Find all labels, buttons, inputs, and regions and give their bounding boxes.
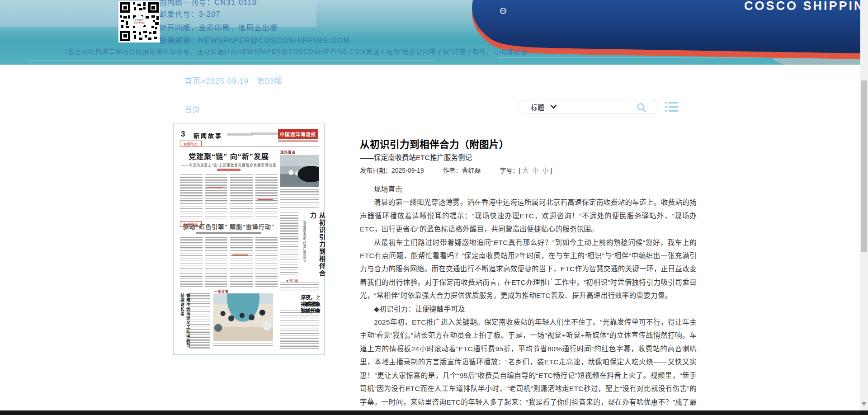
- article-meta: 发布日期：2025-09-19 作者：曹红磊 字号：[大中小]: [360, 165, 552, 174]
- thumb-bottom-right-headline: 深夜，上海中燃120分钟 完成紧急驰援任务: [277, 294, 322, 301]
- font-size-large-button[interactable]: 大: [522, 167, 528, 174]
- search-filter-label: 标题: [531, 102, 544, 112]
- bracket: ]: [550, 167, 552, 174]
- thumb-tag-party: 党建动态: [180, 141, 202, 146]
- thumb-text-columns-upper: [180, 174, 278, 219]
- thumb-photo-crowd-scene: [213, 293, 273, 341]
- thumb-mid-headline: 驱动“红色引擎” 赋能“雷锋行动”: [180, 222, 278, 231]
- thumb-masthead-subline: [278, 140, 318, 142]
- newspaper-page-thumbnail[interactable]: 3 新闻故事 中国远洋海运报 党建动态 党建聚“链” 向“新”发展 ——中远海运…: [173, 123, 325, 355]
- thumb-vertical-title: 从初识引力到相伴合力: [308, 212, 326, 278]
- thumb-right-text: [280, 283, 319, 292]
- thumb-editor-note-bar: [227, 133, 253, 136]
- ship-name-text: COSCO SHIPPING: [744, 0, 860, 13]
- footer-bar: [0, 410, 868, 415]
- article-paragraph: 2025年初，ETC推广进入关键期。保定南收费站的年轻人们坐不住了。“光靠发传单…: [360, 316, 697, 415]
- chevron-down-icon: [551, 105, 557, 109]
- font-size-label: 字号：: [500, 167, 519, 174]
- thumb-mid-subline-bar: [196, 232, 261, 234]
- article-title: 从初识引力到相伴合力（附图片）: [360, 137, 509, 151]
- header-email-line: 投稿邮箱：NEWSPAPER@COSCOSHIPPING.COM: [159, 34, 350, 45]
- thumb-red-subhead: [232, 255, 248, 255]
- thumb-red-subhead: [207, 187, 222, 188]
- header-postcode-line: 邮发代号：3-207: [159, 8, 221, 19]
- thumb-right-text: [280, 189, 319, 209]
- list-view-icon[interactable]: [665, 101, 679, 113]
- publish-date-label: 发布日期：: [360, 167, 392, 174]
- header-banner: COSCO SHIPPING: [0, 0, 860, 65]
- article-paragraph: 清晨的第一缕阳光穿透薄雾，洒在香港中远海运所属河北京石高速保定南收费站的车道上。…: [360, 196, 697, 236]
- scrollbar-thumb[interactable]: [861, 80, 867, 252]
- browser-viewport: COSCO SHIPPING: [0, 0, 868, 415]
- thumb-date-bar: [251, 132, 279, 135]
- thumb-lead-subline: ——中远海运重工“链”上党建激发党建融合发展澎湃动能: [180, 162, 278, 167]
- thumb-lead-headline: 党建聚“链” 向“新”发展: [180, 151, 278, 161]
- home-link[interactable]: 首页: [184, 103, 200, 114]
- header-subscribe-note: （您也可以扫描二维码订阅报纸微信公众号，还可以通过向NEWSPAPER@COSC…: [61, 47, 527, 56]
- thumb-photo-etc-scene: [280, 155, 319, 187]
- header-issn-line: 国内统一刊号：CN31-0110: [159, 0, 257, 7]
- search-icon[interactable]: [637, 103, 646, 113]
- qr-code: COSCO SHIPPING: [118, 1, 160, 42]
- thumb-right-text: [280, 311, 319, 349]
- author-name: 曹红磊: [462, 167, 481, 174]
- scrollbar-down-arrow-icon[interactable]: [862, 402, 866, 406]
- author-label: 作者：: [443, 167, 462, 174]
- thumb-page-number: 3: [181, 130, 185, 139]
- thumb-photo-caption: [213, 344, 273, 349]
- search-filter-dropdown[interactable]: 标题: [531, 102, 557, 112]
- font-size-small-button[interactable]: 小: [542, 167, 548, 174]
- font-size-medium-button[interactable]: 中: [532, 167, 538, 174]
- thumb-red-subhead: [258, 199, 273, 200]
- article-paragraph: ◆初识引力：让便捷触手可及: [360, 302, 697, 316]
- thumb-right-text: [280, 212, 298, 275]
- qr-center-logo: COSCO SHIPPING: [133, 15, 146, 28]
- publish-date: 2025-09-19: [392, 167, 424, 174]
- thumb-photo-label: 一版写意: [214, 289, 229, 293]
- article-paragraph: 从最初车主们路过时带着疑惑地追问“ETC真有那么好？”到如今主动上前的熟稔问候“…: [360, 236, 697, 302]
- thumb-text-columns-lower: [180, 237, 278, 287]
- article-paragraph: 现场直击: [360, 183, 697, 196]
- header-print-line: 对开四版，全彩印刷，逢周五出版: [159, 22, 278, 33]
- article-body: 现场直击清晨的第一缕阳光穿透薄雾，洒在香港中远海运所属河北京石高速保定南收费站的…: [360, 183, 697, 415]
- thumb-right-tag: 现场直击: [280, 150, 296, 155]
- thumb-section-title: 新闻故事: [193, 131, 222, 140]
- thumb-bottom-left-text: [189, 293, 210, 350]
- search-bar[interactable]: 标题: [518, 100, 659, 114]
- breadcrumb[interactable]: 首页>2025.09.19 第03版: [184, 75, 283, 86]
- article-subtitle: ——保定南收费站ETC推广服务侧记: [360, 152, 472, 162]
- thumb-masthead: 中国远洋海运报: [278, 129, 318, 139]
- thumb-vertical-subtitle: ——保定南收费站ETC推广服务侧记: [302, 215, 307, 275]
- thumb-vertical-author: ■ 曹红磊: [287, 278, 298, 283]
- bracket: [: [519, 167, 520, 174]
- thumb-lead-byline: [217, 169, 241, 171]
